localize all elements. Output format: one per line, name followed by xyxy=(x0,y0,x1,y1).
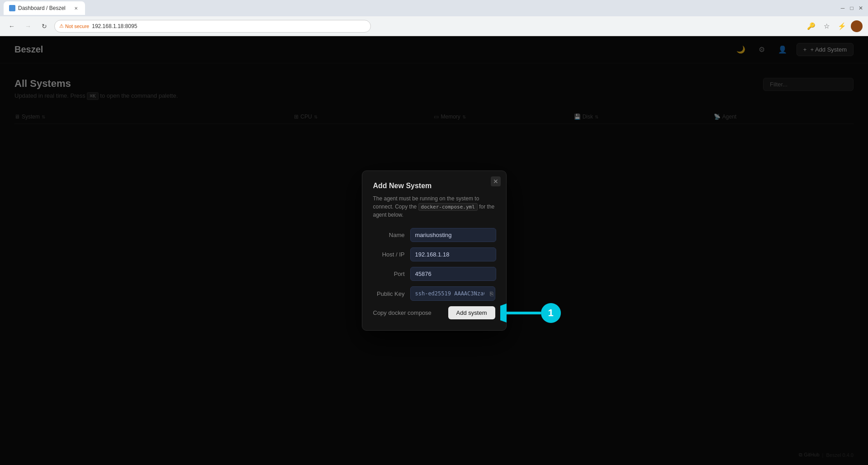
back-button[interactable]: ← xyxy=(5,20,18,33)
public-key-row: Public Key ⎘ xyxy=(373,286,495,301)
public-key-input[interactable] xyxy=(411,287,489,300)
forward-button[interactable]: → xyxy=(22,20,34,33)
svg-rect-0 xyxy=(10,6,14,10)
public-key-label: Public Key xyxy=(373,290,405,297)
modal-description: The agent must be running on the system … xyxy=(373,195,495,219)
copy-public-key-button[interactable]: ⎘ xyxy=(489,287,495,300)
modal-close-button[interactable]: ✕ xyxy=(491,176,501,186)
tab-favicon xyxy=(9,5,15,11)
main-content: All Systems Updated in real time. Press … xyxy=(0,63,868,465)
address-bar[interactable]: ⚠ Not secure 192.168.1.18:8095 xyxy=(54,20,371,33)
modal-title: Add New System xyxy=(373,182,495,190)
modal-container: ✕ Add New System The agent must be runni… xyxy=(362,171,507,331)
tab-title: Dashboard / Beszel xyxy=(18,5,66,11)
maximize-button[interactable]: □ xyxy=(848,5,855,12)
tab-close-button[interactable]: ✕ xyxy=(72,5,80,12)
browser-tab[interactable]: Dashboard / Beszel ✕ xyxy=(4,1,85,15)
toolbar-actions: 🔑 ☆ ⚡ xyxy=(805,20,863,33)
minimize-button[interactable]: ─ xyxy=(839,5,846,12)
extensions-button[interactable]: ⚡ xyxy=(835,20,848,33)
window-controls: ─ □ ✕ xyxy=(839,5,864,12)
arrow-icon xyxy=(500,303,541,323)
modal-overlay: ✕ Add New System The agent must be runni… xyxy=(0,36,868,465)
host-row: Host / IP xyxy=(373,247,495,261)
profile-avatar[interactable] xyxy=(851,20,863,32)
bookmark-button[interactable]: ☆ xyxy=(820,20,833,33)
code-snippet: docker-compose.yml xyxy=(418,203,478,211)
add-system-modal: ✕ Add New System The agent must be runni… xyxy=(362,171,507,331)
host-label: Host / IP xyxy=(373,251,405,258)
name-input[interactable] xyxy=(410,228,496,242)
app: Beszel 🌙 ⚙ 👤 + + Add System All Systems … xyxy=(0,36,868,465)
warning-icon: ⚠ xyxy=(59,23,64,29)
close-button[interactable]: ✕ xyxy=(857,5,864,12)
port-row: Port xyxy=(373,267,495,281)
reload-button[interactable]: ↻ xyxy=(38,20,51,33)
security-warning: ⚠ Not secure xyxy=(59,23,89,29)
port-label: Port xyxy=(373,270,405,277)
password-manager-icon[interactable]: 🔑 xyxy=(805,20,817,33)
add-system-modal-button[interactable]: Add system xyxy=(448,306,495,319)
address-text: 192.168.1.18:8095 xyxy=(92,23,137,29)
host-input[interactable] xyxy=(410,247,496,261)
modal-footer: Copy docker compose Add system xyxy=(373,306,495,319)
public-key-input-group: ⎘ xyxy=(410,286,495,301)
port-input[interactable] xyxy=(410,267,496,281)
annotation: 1 xyxy=(500,303,561,323)
add-system-wrapper: Add system xyxy=(448,306,495,319)
name-label: Name xyxy=(373,232,405,238)
step-badge: 1 xyxy=(541,303,561,323)
browser-titlebar: Dashboard / Beszel ✕ ─ □ ✕ xyxy=(0,0,868,16)
copy-docker-compose-button[interactable]: Copy docker compose xyxy=(373,308,432,318)
browser-toolbar: ← → ↻ ⚠ Not secure 192.168.1.18:8095 🔑 ☆… xyxy=(0,16,868,36)
name-row: Name xyxy=(373,228,495,242)
